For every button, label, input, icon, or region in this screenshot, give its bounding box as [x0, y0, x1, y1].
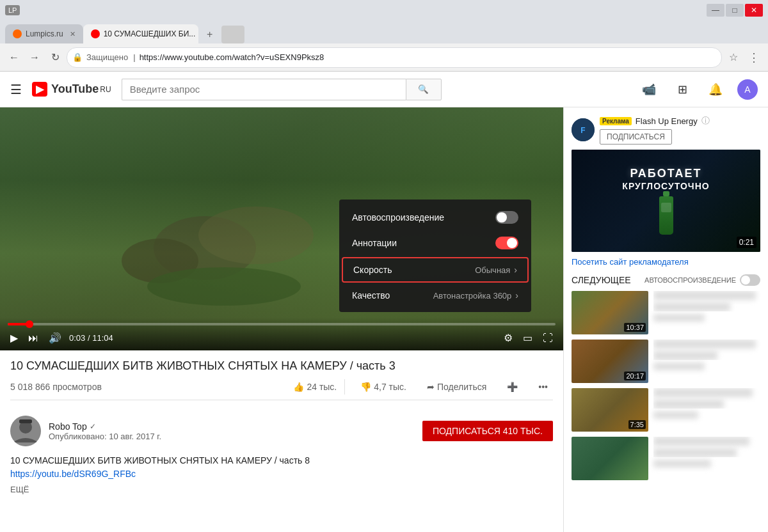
video-actions: 👍 24 тыс. 👎 4,7 тыс. ➦ Поделиться ➕ — [288, 379, 553, 395]
upload-button[interactable]: 📹 — [637, 78, 660, 101]
minimize-button[interactable]: — — [707, 4, 724, 17]
add-icon: ➕ — [507, 382, 518, 392]
sidebar-video-item[interactable] — [572, 437, 760, 480]
ad-bottle — [659, 196, 673, 235]
reload-button[interactable]: ↻ — [46, 49, 64, 66]
sidebar-video-item[interactable]: 10:37 — [572, 291, 760, 334]
chevron-right-icon: › — [514, 265, 517, 275]
sidebar-video-item[interactable]: 7:35 — [572, 388, 760, 432]
yt-logo-icon: ▶ — [32, 82, 47, 97]
close-button[interactable]: ✕ — [745, 4, 763, 17]
user-avatar[interactable]: A — [737, 79, 758, 100]
ad-duration: 0:21 — [737, 237, 756, 248]
window-controls: — □ ✕ — [707, 4, 763, 17]
address-bar-row: ← → ↻ 🔒 Защищено | https://www.youtube.c… — [0, 43, 768, 72]
visit-advertiser-link[interactable]: Посетить сайт рекламодателя — [572, 257, 760, 267]
sidebar-toggle-dot — [741, 276, 750, 285]
ad-section: F Реклама Flash Up Energy ⓘ ПОДПИСАТЬСЯ — [572, 115, 760, 267]
ad-text-line2: КРУГЛОСУТОЧНО — [622, 181, 709, 191]
maximize-button[interactable]: □ — [726, 4, 744, 17]
header-icons: 📹 ⊞ 🔔 A — [637, 78, 758, 101]
search-button[interactable]: 🔍 — [406, 79, 442, 100]
url-text: https://www.youtube.com/watch?v=uSEXN9Pk… — [140, 52, 324, 62]
tab-favicon — [91, 29, 100, 38]
like-button[interactable]: 👍 24 тыс. — [288, 379, 345, 395]
ad-thumbnail[interactable]: РАБОТАЕТ КРУГЛОСУТОЧНО 0:21 — [572, 150, 760, 252]
address-box[interactable]: 🔒 Защищено | https://www.youtube.com/wat… — [67, 47, 722, 68]
video-description: 10 СУМАСШЕДШИХ БИТВ ЖИВОТНЫХ СНЯТЫХ НА К… — [0, 454, 563, 504]
new-tab-button[interactable]: + — [201, 26, 219, 43]
progress-bar[interactable] — [8, 323, 556, 325]
ad-header: F Реклама Flash Up Energy ⓘ ПОДПИСАТЬСЯ — [572, 115, 760, 145]
chevron-right-icon: › — [515, 290, 518, 301]
play-button[interactable]: ▶ — [8, 331, 20, 345]
subscribe-button[interactable]: ПОДПИСАТЬСЯ 410 ТЫС. — [422, 421, 553, 441]
next-button[interactable]: ⏭ — [26, 331, 41, 345]
autoplay-toggle[interactable] — [495, 211, 518, 224]
video-item-title — [653, 340, 760, 360]
ad-subscribe-button[interactable]: ПОДПИСАТЬСЯ — [600, 129, 672, 145]
autoplay-label: АВТОВОСПРОИЗВЕДЕНИЕ — [644, 276, 736, 284]
main-content: Автовоспроизведение Аннотации Скорость — [0, 107, 768, 532]
desc-link[interactable]: https://youtu.be/dSR69G_RFBc — [10, 469, 136, 479]
desc-title: 10 СУМАСШЕДШИХ БИТВ ЖИВОТНЫХ СНЯТЫХ НА К… — [10, 454, 553, 467]
settings-autoplay[interactable]: Автовоспроизведение — [339, 205, 531, 230]
volume-button[interactable]: 🔊 — [46, 331, 64, 345]
quality-label: Качество — [352, 290, 390, 301]
fullscreen-button[interactable]: ⛶ — [540, 331, 556, 345]
more-actions-button[interactable]: ••• — [533, 379, 553, 395]
settings-quality[interactable]: Качество Автонастройка 360р › — [339, 284, 531, 307]
share-button[interactable]: ➦ Поделиться — [422, 379, 492, 395]
dislike-count: 4,7 тыс. — [374, 382, 406, 392]
ad-title-area: Реклама Flash Up Energy ⓘ ПОДПИСАТЬСЯ — [600, 115, 760, 145]
current-time: 0:03 — [69, 333, 85, 343]
video-player[interactable]: Автовоспроизведение Аннотации Скорость — [0, 107, 563, 350]
settings-button[interactable]: ⚙ — [501, 331, 515, 345]
channel-avatar[interactable] — [10, 416, 41, 446]
progress-indicator — [26, 320, 33, 328]
publish-date: Опубликовано: 10 авг. 2017 г. — [49, 432, 415, 441]
video-thumbnail: 7:35 — [572, 388, 648, 432]
theater-button[interactable]: ▭ — [520, 331, 535, 345]
apps-button[interactable]: ⊞ — [671, 78, 694, 101]
search-input[interactable] — [122, 79, 406, 100]
annotations-toggle[interactable] — [495, 237, 518, 249]
time-display: 0:03 / 11:04 — [69, 333, 113, 343]
autoplay-toggle-row: АВТОВОСПРОИЗВЕДЕНИЕ — [644, 274, 760, 286]
tab-label: 10 СУМАСШЕДШИХ БИ... — [104, 29, 196, 38]
yt-logo-text: YouTube — [51, 82, 99, 96]
sidebar-video-item[interactable]: 20:17 — [572, 340, 760, 383]
settings-speed[interactable]: Скорость Обычная › — [342, 257, 529, 283]
avatar-image — [10, 416, 41, 446]
add-to-playlist-button[interactable]: ➕ — [502, 379, 523, 395]
sidebar-autoplay-toggle[interactable] — [740, 274, 760, 286]
tab-youtube[interactable]: 10 СУМАСШЕДШИХ БИ... ✕ — [83, 24, 198, 43]
video-duration: 7:35 — [628, 420, 646, 429]
title-bar: LP — □ ✕ — [0, 0, 768, 20]
browser-window: LP — □ ✕ Lumpics.ru ✕ 10 СУМАСШЕДШИХ БИ.… — [0, 0, 768, 72]
lp-badge: LP — [5, 5, 20, 15]
forward-button[interactable]: → — [26, 49, 44, 66]
tab-close-button[interactable]: ✕ — [70, 30, 76, 38]
back-button[interactable]: ← — [5, 49, 23, 66]
show-more-button[interactable]: ЕЩЁ — [10, 483, 553, 496]
video-title: 10 СУМАСШЕДШИХ БИТВ ЖИВОТНЫХ СНЯТЫХ НА К… — [10, 358, 553, 374]
youtube-logo[interactable]: ▶ YouTube RU — [32, 82, 111, 97]
share-icon: ➦ — [427, 382, 435, 392]
svg-rect-6 — [19, 419, 32, 423]
video-item-channel — [653, 411, 698, 419]
notifications-button[interactable]: 🔔 — [704, 78, 727, 101]
next-label: Следующее — [572, 275, 631, 285]
youtube-header: ☰ ▶ YouTube RU 🔍 📹 ⊞ 🔔 A — [0, 72, 768, 107]
svg-text:F: F — [580, 126, 585, 135]
toggle-dot — [507, 238, 517, 248]
dislike-button[interactable]: 👎 4,7 тыс. — [355, 379, 412, 395]
video-item-channel — [653, 363, 705, 370]
settings-annotations[interactable]: Аннотации — [339, 230, 531, 256]
separator: | — [133, 52, 135, 62]
browser-menu-button[interactable]: ⋮ — [745, 49, 763, 66]
tab-lumpics[interactable]: Lumpics.ru ✕ — [5, 24, 83, 43]
ad-avatar-image: F — [572, 118, 595, 141]
hamburger-menu[interactable]: ☰ — [10, 82, 22, 97]
bookmark-button[interactable]: ☆ — [724, 49, 742, 66]
